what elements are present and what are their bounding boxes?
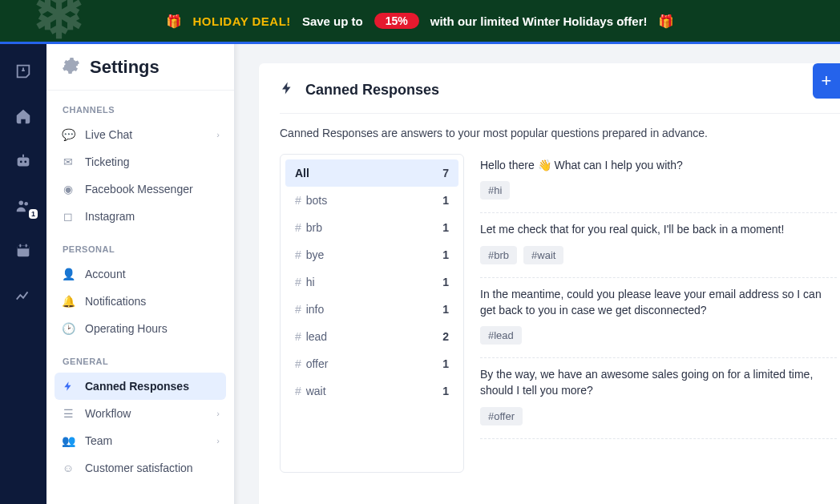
panel-title: Canned Responses: [305, 82, 439, 99]
chat-icon: 💬: [61, 128, 75, 141]
main-content: + Canned Responses Canned Responses are …: [240, 44, 840, 504]
hash-icon: #: [295, 385, 305, 397]
settings-sidebar: Settings CHANNELS 💬 Live Chat › ✉ Ticket…: [46, 44, 235, 504]
section-personal: PERSONAL: [46, 230, 234, 260]
mail-icon: ✉: [61, 155, 75, 168]
messenger-icon: ◉: [61, 183, 75, 196]
svg-point-1: [20, 161, 22, 163]
nav-label: Team: [85, 434, 112, 447]
tag-filter-bots[interactable]: # bots1: [285, 187, 458, 214]
rail-analytics[interactable]: [14, 286, 33, 305]
response-item[interactable]: In the meantime, could you please leave …: [480, 278, 837, 359]
smile-icon: ☺: [61, 462, 75, 474]
tag-label: lead: [306, 330, 327, 343]
gift-icon: 🎁: [166, 14, 182, 29]
list-icon: ☰: [61, 407, 75, 420]
nav-ticketing[interactable]: ✉ Ticketing: [46, 148, 234, 175]
calendar-icon: [14, 242, 32, 260]
tag-chip[interactable]: #hi: [480, 181, 510, 200]
svg-rect-9: [26, 244, 27, 248]
gear-icon: [61, 56, 80, 79]
clock-icon: 🕑: [61, 322, 75, 335]
response-text: Let me check that for you real quick, I'…: [480, 221, 832, 237]
nav-csat[interactable]: ☺ Customer satisfaction: [46, 454, 234, 482]
response-text: Hello there 👋 What can I help you with?: [480, 157, 832, 173]
tag-filter-all[interactable]: All7: [285, 159, 458, 187]
team-icon: 👥: [61, 434, 75, 447]
user-icon: 👤: [61, 268, 75, 280]
tag-filter-brb[interactable]: # brb1: [285, 214, 458, 241]
tag-chip[interactable]: #offer: [480, 407, 523, 425]
nav-fb-messenger[interactable]: ◉ Facebook Messenger: [46, 175, 234, 203]
response-item[interactable]: By the way, we have an awesome sales goi…: [480, 358, 837, 439]
response-item[interactable]: Hello there 👋 What can I help you with?#…: [480, 154, 837, 213]
tag-label: brb: [306, 221, 322, 234]
rail-inbox[interactable]: [14, 62, 33, 81]
nav-label: Ticketing: [85, 155, 130, 168]
nav-live-chat[interactable]: 💬 Live Chat ›: [46, 121, 234, 148]
tag-chip[interactable]: #lead: [480, 326, 522, 345]
nav-instagram[interactable]: ◻ Instagram: [46, 203, 234, 230]
svg-point-5: [24, 202, 28, 206]
home-icon: [14, 107, 32, 125]
svg-point-4: [19, 201, 24, 206]
tag-chip[interactable]: #brb: [480, 246, 517, 264]
bot-icon: [14, 152, 32, 170]
rail-calendar[interactable]: [14, 241, 33, 260]
instagram-icon: ◻: [61, 210, 75, 223]
rail-contacts[interactable]: 1: [14, 196, 33, 216]
nav-label: Facebook Messenger: [85, 183, 193, 196]
nav-notifications[interactable]: 🔔 Notifications: [46, 288, 234, 315]
tag-filter-info[interactable]: # info1: [285, 296, 458, 323]
holiday-banner[interactable]: ❄ 🎁 HOLIDAY DEAL! Save up to 15% with ou…: [0, 0, 840, 44]
response-tags: #offer: [480, 407, 832, 425]
tag-chip[interactable]: #wait: [523, 246, 563, 264]
nav-account[interactable]: 👤 Account: [46, 260, 234, 288]
nav-canned-responses[interactable]: Canned Responses: [55, 373, 226, 400]
hash-icon: #: [295, 330, 305, 343]
svg-rect-3: [22, 155, 24, 158]
add-response-button[interactable]: +: [813, 63, 840, 99]
tag-label: bye: [306, 248, 325, 261]
tag-filter-wait[interactable]: # wait1: [285, 377, 458, 405]
tag-count: 7: [442, 167, 449, 179]
gift-icon: 🎁: [658, 14, 674, 29]
svg-rect-8: [19, 244, 21, 248]
tag-count: 1: [442, 303, 449, 316]
hash-icon: #: [295, 303, 305, 316]
response-item[interactable]: Let me check that for you real quick, I'…: [480, 213, 837, 277]
tag-count: 1: [442, 385, 449, 397]
nav-team[interactable]: 👥 Team ›: [46, 427, 234, 454]
svg-point-2: [24, 161, 26, 163]
main-rail: 1: [0, 44, 46, 504]
tag-count: 1: [442, 357, 449, 370]
tag-count: 2: [442, 330, 449, 343]
tag-label: info: [306, 303, 325, 316]
response-tags: #lead: [480, 326, 832, 345]
tag-filter-offer[interactable]: # offer1: [285, 350, 458, 377]
nav-workflow[interactable]: ☰ Workflow ›: [46, 400, 234, 427]
rail-home[interactable]: [14, 107, 33, 126]
chevron-right-icon: ›: [216, 436, 220, 446]
svg-rect-0: [18, 157, 30, 166]
snowflake-icon: ❄: [32, 0, 86, 44]
tag-count: 1: [442, 276, 449, 288]
banner-save: Save up to: [302, 14, 363, 28]
panel-description: Canned Responses are answers to your mos…: [280, 114, 840, 154]
tag-filter-bye[interactable]: # bye1: [285, 241, 458, 268]
bolt-icon: [61, 381, 75, 392]
responses-list: Hello there 👋 What can I help you with?#…: [480, 154, 840, 473]
tag-filter-lead[interactable]: # lead2: [285, 323, 458, 350]
chevron-right-icon: ›: [216, 409, 220, 418]
nav-operating-hours[interactable]: 🕑 Operating Hours: [46, 315, 234, 342]
tag-filter-hi[interactable]: # hi1: [285, 268, 458, 296]
rail-bot[interactable]: [14, 151, 33, 171]
tag-label: All: [295, 167, 309, 179]
nav-label: Notifications: [85, 295, 146, 308]
section-general: GENERAL: [46, 342, 234, 373]
banner-deal: HOLIDAY DEAL!: [193, 14, 291, 28]
chart-icon: [14, 287, 32, 304]
page-title: Settings: [90, 57, 160, 78]
tag-count: 1: [442, 221, 449, 234]
section-channels: CHANNELS: [46, 91, 234, 121]
